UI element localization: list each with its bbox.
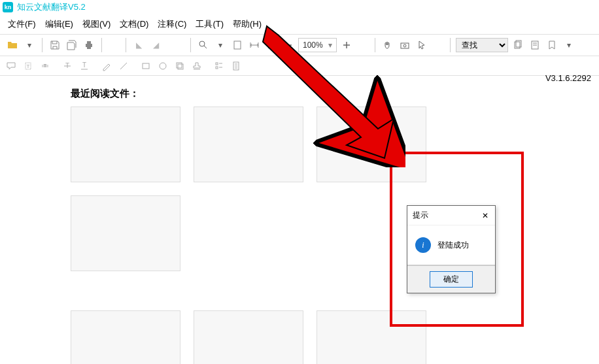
app-icon: kn (3, 2, 13, 12)
svg-line-21 (120, 63, 127, 69)
zoom-out-icon[interactable] (281, 38, 296, 52)
svg-point-7 (403, 44, 406, 47)
svg-text:T: T (82, 61, 86, 69)
svg-point-0 (199, 41, 205, 46)
recent-file-card[interactable] (71, 107, 180, 182)
rotate-left-icon[interactable]: ◣ (131, 38, 146, 52)
dropdown-icon[interactable]: ▾ (213, 38, 228, 52)
recent-file-card[interactable] (317, 310, 426, 364)
separator (42, 38, 43, 52)
login-success-dialog: 提示 ✕ i 登陆成功 确定 (407, 205, 496, 293)
recent-files-grid-2 (71, 310, 528, 364)
fit-width-icon[interactable] (247, 38, 262, 52)
underline-icon[interactable]: T (78, 60, 90, 72)
strikethrough-icon[interactable]: T (61, 60, 73, 72)
separator (190, 38, 191, 52)
polygon-icon[interactable] (174, 60, 186, 72)
rotate-right-icon[interactable]: ◢ (148, 38, 163, 52)
svg-point-23 (160, 63, 166, 69)
fit-page-icon[interactable] (230, 38, 245, 52)
open-folder-icon[interactable] (5, 38, 20, 52)
svg-rect-22 (143, 63, 149, 69)
stamp-icon[interactable] (191, 60, 203, 72)
ok-button[interactable]: 确定 (430, 271, 473, 288)
version-label: V3.1.6.2292 (545, 73, 591, 83)
recent-files-label: 最近阅读文件： (71, 88, 528, 100)
svg-text:T: T (44, 63, 47, 69)
fit-actual-icon[interactable] (264, 38, 279, 52)
pencil-icon[interactable] (101, 60, 112, 72)
zoom-value: 100% (303, 41, 323, 50)
svg-rect-6 (401, 43, 409, 48)
dialog-footer: 确定 (407, 265, 495, 293)
menu-tools[interactable]: 工具(T) (193, 17, 226, 31)
svg-text:T: T (27, 63, 30, 69)
title-bar: kn 知云文献翻译V5.2 (0, 0, 599, 14)
svg-rect-26 (216, 63, 218, 65)
separator (101, 38, 102, 52)
list-icon[interactable] (213, 60, 225, 72)
print-icon[interactable] (82, 38, 96, 52)
zoom-search-icon[interactable] (196, 38, 211, 52)
menu-comment[interactable]: 注释(C) (155, 17, 189, 31)
close-icon[interactable]: ✕ (481, 211, 490, 220)
save-icon[interactable] (48, 38, 62, 52)
svg-rect-24 (177, 63, 182, 68)
menu-bar: 文件(F) 编辑(E) 视图(V) 文档(D) 注释(C) 工具(T) 帮助(H… (0, 14, 599, 34)
search-select[interactable]: 查找 (456, 38, 508, 52)
note-icon[interactable] (528, 38, 542, 52)
menu-help[interactable]: 帮助(H) (230, 17, 264, 31)
zoom-level[interactable]: 100% ▾ (298, 38, 337, 52)
separator (450, 38, 451, 52)
save-all-icon[interactable] (65, 38, 79, 52)
menu-edit[interactable]: 编辑(E) (43, 17, 76, 31)
content-area: 最近阅读文件： 打开... (0, 76, 599, 364)
menu-view[interactable]: 视图(V) (80, 17, 113, 31)
info-icon: i (415, 237, 431, 253)
menu-file[interactable]: 文件(F) (5, 17, 39, 31)
comment-icon[interactable] (5, 60, 17, 72)
copy-icon[interactable] (511, 38, 525, 52)
camera-icon[interactable] (398, 38, 412, 52)
page-icon[interactable] (230, 60, 242, 72)
recent-file-card[interactable] (194, 310, 303, 364)
dialog-title-text: 提示 (413, 210, 428, 221)
hand-icon[interactable] (381, 38, 395, 52)
app-title: 知云文献翻译V5.2 (17, 1, 86, 13)
highlight-icon[interactable]: T (39, 60, 51, 72)
svg-rect-2 (234, 41, 241, 49)
svg-line-1 (204, 46, 207, 48)
svg-rect-25 (178, 64, 183, 69)
separator (126, 38, 126, 52)
cursor-icon[interactable] (415, 38, 429, 52)
toolbar-annotate: T T T T (0, 56, 599, 76)
toolbar-main: ▾ ◣ ◢ ▾ 100% ▾ (0, 34, 599, 56)
dialog-message: 登陆成功 (437, 240, 469, 251)
dropdown-icon[interactable]: ▾ (22, 38, 37, 52)
svg-rect-28 (216, 67, 218, 69)
line-icon[interactable] (118, 60, 129, 72)
recent-file-card[interactable] (317, 107, 426, 182)
menu-document[interactable]: 文档(D) (117, 17, 151, 31)
bookmark-icon[interactable] (545, 38, 559, 52)
recent-file-card[interactable] (194, 107, 303, 182)
separator (375, 38, 375, 52)
dialog-body: i 登陆成功 (407, 225, 495, 265)
rect-icon[interactable] (140, 60, 152, 72)
recent-file-card[interactable] (71, 310, 180, 364)
circle-icon[interactable] (157, 60, 169, 72)
recent-file-card[interactable] (71, 195, 180, 271)
zoom-in-icon[interactable] (339, 38, 354, 52)
text-select-icon[interactable]: T (22, 60, 34, 72)
dialog-titlebar: 提示 ✕ (407, 206, 495, 225)
dropdown-icon[interactable]: ▾ (562, 38, 576, 52)
